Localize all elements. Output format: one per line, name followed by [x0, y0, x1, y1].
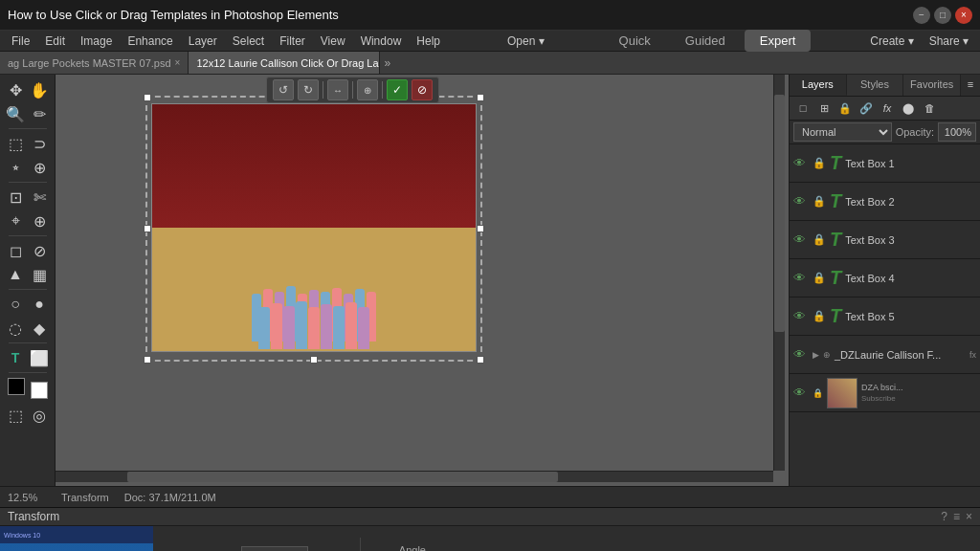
layer-item-text-box-1[interactable]: 👁 🔒 T Text Box 1 [790, 144, 980, 183]
slice-tool[interactable]: ✄ [28, 186, 51, 209]
layer-item-text-box-4[interactable]: 👁 🔒 T Text Box 4 [790, 259, 980, 298]
dodge-tool[interactable]: ○ [4, 293, 27, 316]
v-scrollbar-thumb[interactable] [774, 95, 785, 332]
mode-guided[interactable]: Guided [670, 30, 741, 52]
mask-button[interactable]: ⬤ [899, 99, 918, 118]
opacity-value[interactable]: 100% [938, 122, 976, 142]
paint-bucket-tool[interactable]: ▲ [4, 263, 27, 286]
layer-eye-special[interactable]: 👁 [793, 347, 809, 362]
layer-eye-3[interactable]: 👁 [793, 232, 809, 247]
heal-tool[interactable]: ⌖ [4, 209, 27, 232]
tab-favorites[interactable]: Favorites [903, 75, 961, 96]
v-scrollbar[interactable] [773, 75, 785, 471]
transform-ref-button[interactable]: ⊕ [357, 79, 378, 100]
layer-name-2: Text Box 2 [845, 196, 894, 208]
crop-tool[interactable]: ⊡ [4, 186, 27, 209]
photo-canvas[interactable] [151, 103, 477, 352]
layer-eye-2[interactable]: 👁 [793, 194, 809, 209]
transform-undo-button[interactable]: ↺ [273, 79, 294, 100]
width-input[interactable] [241, 546, 308, 551]
layer-eye-5[interactable]: 👁 [793, 309, 809, 323]
transform-mode-rect[interactable]: ⬚ [4, 404, 27, 427]
layer-item-text-box-2[interactable]: 👁 🔒 T Text Box 2 [790, 183, 980, 221]
clone-tool[interactable]: ⊕ [28, 209, 51, 232]
transform-confirm-button[interactable]: ✓ [387, 79, 408, 100]
zoom-tool[interactable]: 🔍 [4, 102, 27, 125]
blur-tool[interactable]: ◌ [4, 317, 27, 340]
list-icon[interactable]: ≡ [953, 510, 960, 523]
h-scrollbar-thumb[interactable] [127, 472, 558, 482]
maximize-button[interactable]: □ [934, 7, 951, 24]
link-layers-button[interactable]: 🔗 [857, 99, 876, 118]
text-tool[interactable]: T [4, 346, 27, 369]
menu-window[interactable]: Window [353, 33, 410, 50]
tool-divider-4 [9, 289, 47, 290]
brush-tool[interactable]: ⊘ [28, 239, 51, 262]
transform-move-button[interactable]: ↔ [327, 79, 348, 100]
create-button[interactable]: Create ▾ [862, 33, 921, 50]
fx-button[interactable]: fx [878, 99, 897, 118]
tab-1-close[interactable]: × [175, 57, 181, 68]
layer-item-text-box-5[interactable]: 👁 🔒 T Text Box 5 [790, 298, 980, 336]
open-button[interactable]: Open ▾ [500, 33, 552, 50]
lock-layer-button[interactable]: 🔒 [835, 99, 855, 118]
lasso-tool[interactable]: ⊃ [28, 132, 51, 155]
layer-item-special[interactable]: 👁 ▶ ⊕ _DZLaurie Callison F... fx [790, 336, 980, 374]
minimize-button[interactable]: − [913, 7, 930, 24]
eyedropper-tool[interactable]: ✏ [28, 102, 51, 125]
tab-1[interactable]: ag Large Pockets MASTER 07.psd × [0, 52, 189, 74]
radio-group [165, 532, 205, 551]
move-tool[interactable]: ✥ [4, 78, 27, 101]
bottom-close-icon[interactable]: × [966, 510, 972, 523]
tab-2[interactable]: 12x12 Laurie Callison Click Or Drag Larg… [189, 52, 380, 74]
layer-expand-special[interactable]: ▶ [813, 350, 819, 360]
layer-link-special[interactable]: ⊕ [823, 350, 831, 360]
shape-tool[interactable]: ⬜ [28, 346, 51, 369]
magic-wand-tool[interactable]: ⭒ [4, 156, 27, 179]
quick-select-tool[interactable]: ⊕ [28, 156, 51, 179]
menu-edit[interactable]: Edit [37, 33, 73, 50]
mode-quick[interactable]: Quick [604, 30, 666, 52]
layer-item-thumb[interactable]: 👁 🔒 DZA bsci... Subscribe [790, 374, 980, 412]
tab-layers[interactable]: Layers [790, 75, 847, 96]
share-button[interactable]: Share ▾ [922, 33, 976, 50]
layer-item-text-box-3[interactable]: 👁 🔒 T Text Box 3 [790, 221, 980, 259]
menu-layer[interactable]: Layer [181, 33, 225, 50]
help-icon[interactable]: ? [941, 510, 947, 523]
layer-thumb-sub: Subscribe [861, 394, 903, 403]
hand-tool[interactable]: ✋ [28, 78, 51, 101]
menu-enhance[interactable]: Enhance [120, 33, 180, 50]
delete-layer-button[interactable]: 🗑 [920, 99, 939, 118]
menu-view[interactable]: View [313, 33, 353, 50]
menu-select[interactable]: Select [225, 33, 272, 50]
new-group-button[interactable]: ⊞ [814, 99, 834, 118]
burn-tool[interactable]: ● [28, 293, 51, 316]
transform-redo-button[interactable]: ↻ [298, 79, 319, 100]
background-color[interactable] [31, 382, 48, 399]
menu-file[interactable]: File [4, 33, 37, 50]
gradient-tool[interactable]: ▦ [28, 263, 51, 286]
marquee-tool[interactable]: ⬚ [4, 132, 27, 155]
close-button[interactable]: × [955, 7, 972, 24]
blend-mode-select[interactable]: Normal [793, 122, 892, 142]
sharpen-tool[interactable]: ◆ [28, 317, 51, 340]
menu-image[interactable]: Image [73, 33, 120, 50]
transform-inline-toolbar: ↺ ↻ ↔ ⊕ ✓ ⊘ [266, 77, 439, 103]
tab-styles[interactable]: Styles [847, 75, 904, 96]
menu-help[interactable]: Help [409, 33, 448, 50]
foreground-color[interactable] [8, 378, 25, 395]
transform-mode-free[interactable]: ◎ [28, 404, 51, 427]
layer-eye-1[interactable]: 👁 [793, 156, 809, 170]
panel-menu-button[interactable]: ≡ [961, 75, 980, 94]
mode-expert[interactable]: Expert [745, 30, 812, 52]
transform-cancel-button[interactable]: ⊘ [412, 79, 433, 100]
new-layer-button[interactable]: □ [793, 99, 813, 118]
tab-arrow[interactable]: » [380, 56, 394, 70]
h-scrollbar[interactable] [56, 471, 773, 482]
layer-eye-4[interactable]: 👁 [793, 271, 809, 285]
eraser-tool[interactable]: ◻ [4, 239, 27, 262]
menu-filter[interactable]: Filter [272, 33, 313, 50]
layer-name-4: Text Box 4 [845, 273, 894, 284]
bottom-header-left: Transform [8, 510, 59, 523]
layer-eye-thumb[interactable]: 👁 [793, 386, 809, 400]
